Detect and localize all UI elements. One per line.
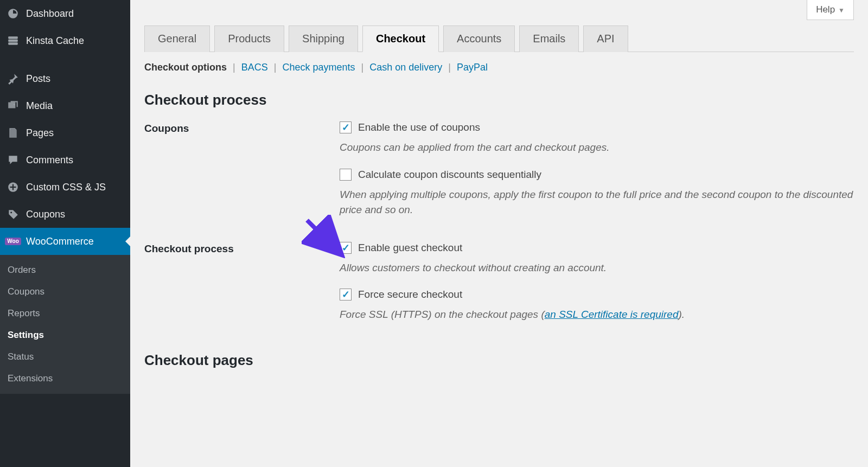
- desc-sequential-discounts: When applying multiple coupons, apply th…: [340, 187, 854, 218]
- ssl-required-link[interactable]: an SSL Certificate is required: [545, 309, 679, 320]
- svg-point-3: [14, 104, 15, 105]
- svg-rect-6: [10, 187, 16, 188]
- submenu-item-settings[interactable]: Settings: [0, 324, 130, 346]
- admin-sidebar: Dashboard Kinsta Cache Posts Media Pages…: [0, 0, 130, 467]
- sidebar-item-dashboard[interactable]: Dashboard: [0, 0, 130, 27]
- chevron-down-icon: ▼: [838, 7, 845, 14]
- desc-enable-coupons: Coupons can be applied from the cart and…: [340, 140, 854, 156]
- plus-circle-icon: [7, 181, 20, 194]
- heading-checkout-process: Checkout process: [144, 92, 854, 108]
- subnav-current: Checkout options: [144, 62, 227, 73]
- sidebar-item-label: Kinsta Cache: [26, 35, 84, 47]
- sidebar-item-label: Media: [26, 100, 53, 112]
- sidebar-item-kinsta-cache[interactable]: Kinsta Cache: [0, 27, 130, 54]
- option-guest-checkout: Enable guest checkout: [358, 242, 462, 254]
- svg-rect-2: [8, 42, 18, 44]
- checkout-subnav: Checkout options | BACS | Check payments…: [144, 62, 854, 73]
- heading-checkout-pages: Checkout pages: [144, 352, 854, 369]
- dashboard-icon: [7, 7, 20, 20]
- tab-emails[interactable]: Emails: [519, 25, 579, 52]
- main-content: Help▼ General Products Shipping Checkout…: [130, 0, 868, 467]
- subnav-bacs[interactable]: BACS: [241, 62, 268, 73]
- checkbox-force-secure[interactable]: [340, 289, 352, 300]
- help-toggle[interactable]: Help▼: [807, 0, 854, 20]
- row-checkout-process: Checkout process Enable guest checkout A…: [144, 242, 854, 336]
- sidebar-item-coupons[interactable]: Coupons: [0, 201, 130, 228]
- tag-icon: [7, 208, 20, 221]
- sidebar-item-label: Posts: [26, 73, 50, 85]
- pages-icon: [7, 126, 20, 139]
- submenu-item-coupons[interactable]: Coupons: [0, 281, 130, 303]
- submenu-item-extensions[interactable]: Extensions: [0, 368, 130, 389]
- help-label: Help: [816, 4, 835, 15]
- submenu-item-status[interactable]: Status: [0, 346, 130, 368]
- tab-checkout[interactable]: Checkout: [362, 25, 439, 52]
- sidebar-item-label: WooCommerce: [26, 236, 94, 247]
- tab-api[interactable]: API: [583, 25, 628, 52]
- woocommerce-submenu: Orders Coupons Reports Settings Status E…: [0, 255, 130, 394]
- row-coupons: Coupons Enable the use of coupons Coupon…: [144, 121, 854, 231]
- submenu-item-reports[interactable]: Reports: [0, 303, 130, 324]
- sidebar-item-label: Coupons: [26, 209, 65, 220]
- option-force-secure: Force secure checkout: [358, 289, 462, 300]
- media-icon: [7, 99, 20, 112]
- woocommerce-icon: Woo: [7, 235, 20, 248]
- label-checkout-process: Checkout process: [144, 242, 340, 255]
- subnav-paypal[interactable]: PayPal: [457, 62, 488, 73]
- sidebar-item-posts[interactable]: Posts: [0, 65, 130, 92]
- comment-icon: [7, 153, 20, 167]
- option-enable-coupons: Enable the use of coupons: [358, 121, 480, 133]
- tab-accounts[interactable]: Accounts: [443, 25, 515, 52]
- tab-shipping[interactable]: Shipping: [289, 25, 358, 52]
- svg-rect-0: [8, 36, 18, 39]
- desc-guest-checkout: Allows customers to checkout without cre…: [340, 260, 854, 276]
- sidebar-item-pages[interactable]: Pages: [0, 119, 130, 146]
- sidebar-item-custom-css-js[interactable]: Custom CSS & JS: [0, 174, 130, 201]
- subnav-cash-on-delivery[interactable]: Cash on delivery: [369, 62, 442, 73]
- settings-tabs: General Products Shipping Checkout Accou…: [144, 25, 854, 52]
- sidebar-item-comments[interactable]: Comments: [0, 146, 130, 174]
- label-coupons: Coupons: [144, 121, 340, 135]
- sidebar-item-label: Pages: [26, 127, 54, 139]
- sidebar-item-label: Custom CSS & JS: [26, 182, 106, 193]
- checkbox-sequential-discounts[interactable]: [340, 169, 352, 181]
- tab-products[interactable]: Products: [214, 25, 284, 52]
- option-sequential-discounts: Calculate coupon discounts sequentially: [358, 169, 541, 181]
- svg-rect-1: [8, 40, 18, 42]
- checkbox-guest-checkout[interactable]: [340, 242, 352, 254]
- sidebar-item-media[interactable]: Media: [0, 92, 130, 119]
- pin-icon: [7, 72, 20, 85]
- svg-point-7: [10, 212, 12, 213]
- tab-general[interactable]: General: [144, 25, 210, 52]
- sidebar-item-label: Dashboard: [26, 8, 74, 20]
- cache-icon: [7, 34, 20, 47]
- desc-force-secure: Force SSL (HTTPS) on the checkout pages …: [340, 307, 854, 323]
- submenu-item-orders[interactable]: Orders: [0, 259, 130, 281]
- sidebar-item-woocommerce[interactable]: Woo WooCommerce: [0, 228, 130, 255]
- sidebar-item-label: Comments: [26, 155, 73, 166]
- checkbox-enable-coupons[interactable]: [340, 121, 352, 133]
- subnav-check-payments[interactable]: Check payments: [282, 62, 355, 73]
